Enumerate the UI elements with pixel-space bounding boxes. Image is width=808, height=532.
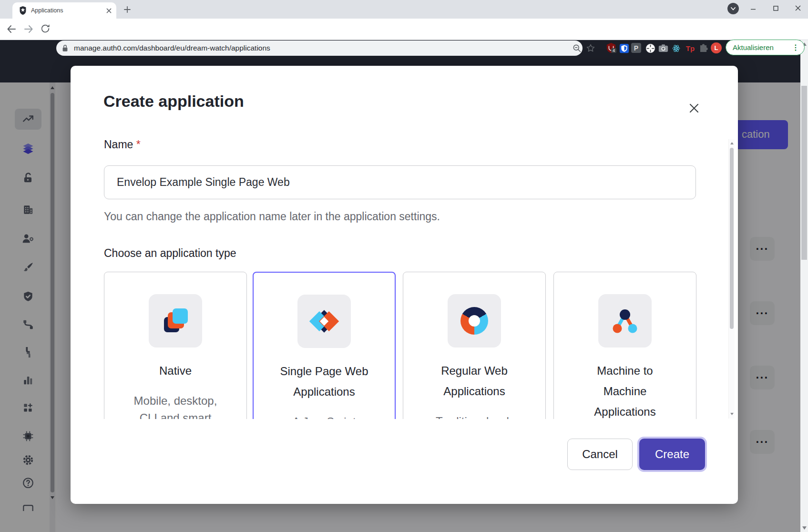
page-scroll-thumb[interactable]	[801, 86, 807, 260]
card-description: Mobile, desktop, CLI and smart	[104, 392, 246, 419]
spa-app-icon	[297, 295, 351, 348]
reload-button[interactable]	[40, 23, 51, 34]
name-label: Name *	[104, 138, 141, 151]
app-type-card-native[interactable]: Native Mobile, desktop, CLI and smart	[104, 272, 247, 419]
p-extension-icon[interactable]: P	[631, 43, 641, 53]
browser-toolbar: manage.auth0.com/dashboard/eu/dream-watc…	[0, 19, 808, 40]
bitwarden-extension-icon[interactable]	[618, 42, 630, 54]
scroll-down-icon[interactable]	[802, 526, 807, 530]
lock-icon	[62, 44, 68, 52]
card-title: Single Page Web Applications	[254, 361, 395, 402]
browser-tab-strip: Applications	[0, 0, 808, 19]
zoom-icon[interactable]	[571, 42, 583, 54]
create-application-modal: Create application Name * You can change…	[71, 66, 738, 504]
window-maximize-button[interactable]	[768, 1, 783, 15]
native-app-icon	[149, 294, 202, 348]
modal-scroll-down-icon[interactable]	[730, 413, 734, 415]
close-icon	[689, 103, 699, 113]
extensions-puzzle-icon[interactable]	[697, 42, 709, 54]
profile-initial: L	[715, 44, 718, 51]
required-marker: *	[136, 138, 141, 151]
card-description: A JavaScript	[254, 413, 395, 419]
name-helper-text: You can change the application name late…	[104, 210, 440, 223]
m2m-app-icon	[598, 294, 652, 348]
browser-profile-avatar[interactable]: L	[711, 42, 722, 53]
card-title: Native	[104, 360, 246, 381]
update-label: Aktualisieren	[733, 43, 792, 51]
modal-scroll-thumb[interactable]	[730, 148, 734, 329]
create-button[interactable]: Create	[639, 439, 705, 470]
plus-icon	[124, 6, 131, 13]
new-tab-button[interactable]	[122, 4, 133, 15]
modal-scrollbar[interactable]	[728, 139, 735, 419]
app-type-card-m2m[interactable]: Machine to Machine Applications	[553, 272, 696, 419]
app-type-card-spa[interactable]: Single Page Web Applications A JavaScrip…	[253, 272, 396, 419]
cancel-button[interactable]: Cancel	[567, 439, 633, 470]
crosshair-extension-icon[interactable]	[644, 42, 656, 54]
regular-web-app-icon	[448, 294, 501, 348]
choose-type-label: Choose an application type	[104, 247, 236, 260]
p-extension-label: P	[634, 44, 638, 52]
bookmark-star-icon[interactable]	[585, 42, 596, 54]
ublock-extension-icon[interactable]: 4	[605, 42, 617, 54]
back-button[interactable]	[6, 23, 17, 35]
tab-title: Applications	[31, 7, 106, 14]
tampermonkey-label: Tp	[686, 44, 695, 52]
url-bar[interactable]: manage.auth0.com/dashboard/eu/dream-watc…	[56, 41, 583, 56]
browser-update-chevron[interactable]	[727, 3, 739, 14]
card-title: Regular Web Applications	[403, 360, 545, 401]
browser-tab[interactable]: Applications	[12, 2, 116, 19]
tab-close-icon[interactable]	[106, 8, 112, 13]
update-button[interactable]: Aktualisieren ⋮	[726, 40, 805, 55]
window-minimize-button[interactable]	[746, 1, 760, 15]
modal-scroll-up-icon[interactable]	[730, 142, 734, 144]
modal-close-button[interactable]	[684, 98, 705, 119]
application-name-input[interactable]	[104, 165, 696, 199]
ublock-badge: 4	[611, 48, 616, 53]
auth0-favicon	[19, 6, 27, 15]
url-text: manage.auth0.com/dashboard/eu/dream-watc…	[74, 44, 270, 52]
kebab-menu-icon[interactable]: ⋮	[792, 43, 799, 52]
camera-extension-icon[interactable]	[657, 42, 669, 54]
tampermonkey-extension-icon[interactable]: Tp	[685, 42, 696, 54]
card-title: Machine to Machine Applications	[554, 360, 696, 419]
chevron-down-icon	[731, 7, 736, 10]
app-type-card-regular-web[interactable]: Regular Web Applications Traditional web	[403, 272, 546, 419]
screen: dream-watch Discuss your needs Docs	[0, 0, 808, 532]
application-type-cards: Native Mobile, desktop, CLI and smart Si…	[104, 272, 697, 419]
card-description: Traditional web	[403, 413, 545, 419]
forward-button[interactable]	[23, 23, 34, 35]
modal-title: Create application	[103, 92, 244, 111]
page-scrollbar[interactable]	[800, 40, 808, 532]
window-close-button[interactable]	[791, 1, 805, 15]
react-devtools-extension-icon[interactable]	[670, 42, 682, 54]
